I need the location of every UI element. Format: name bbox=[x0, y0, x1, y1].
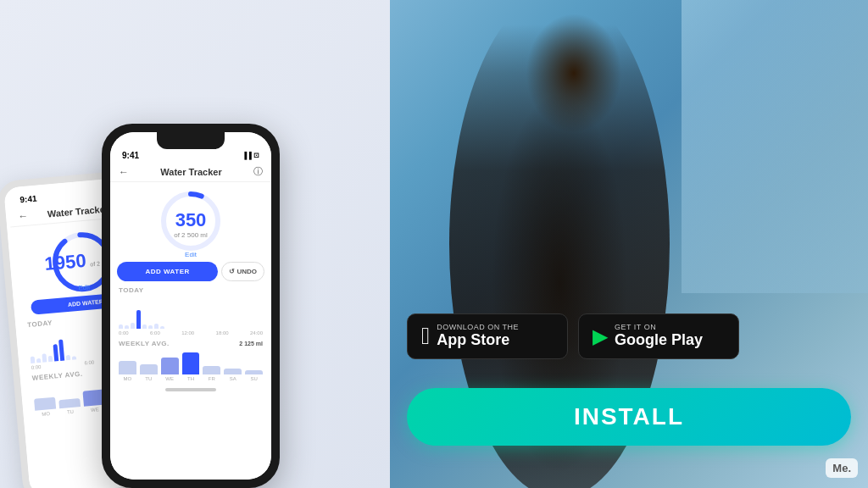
front-wbar-sa bbox=[224, 369, 242, 374]
install-button[interactable]: INSTALL bbox=[407, 388, 851, 446]
front-nav-info: ⓘ bbox=[253, 165, 263, 178]
front-label-18: 18:00 bbox=[216, 330, 229, 336]
app-store-title: App Store bbox=[437, 331, 519, 350]
front-bar-1 bbox=[119, 324, 123, 329]
phone-front-inner: 9:41 ▐▐ ⊡ ← Water Tracker ⓘ 350 bbox=[110, 132, 271, 480]
front-status-icons: ▐▐ ⊡ bbox=[242, 152, 259, 159]
front-bar-4 bbox=[136, 310, 141, 329]
front-wbar-tu bbox=[140, 364, 158, 374]
back-bar-3 bbox=[42, 353, 47, 362]
front-weekly-chart: MO TU WE TH FR SA SU bbox=[110, 347, 271, 383]
front-amount: 350 bbox=[110, 209, 271, 231]
back-bar-2 bbox=[36, 358, 41, 363]
apple-icon:  bbox=[421, 324, 430, 348]
app-store-subtitle: Download on the bbox=[437, 323, 519, 331]
back-wbar-tu bbox=[58, 398, 81, 408]
front-bar-3 bbox=[131, 323, 135, 329]
phone-front-screen: 9:41 ▐▐ ⊡ ← Water Tracker ⓘ 350 bbox=[110, 132, 271, 480]
back-bar-4 bbox=[48, 356, 53, 362]
front-bar-5 bbox=[142, 324, 147, 329]
back-nav-title: Water Tracker bbox=[47, 203, 108, 219]
app-store-button[interactable]:  Download on the App Store bbox=[407, 313, 568, 359]
front-wbar-mo bbox=[119, 361, 136, 374]
front-weekly-label: WEEKLY AVG. bbox=[119, 340, 170, 347]
front-add-water-row: ADD WATER ↺ UNDO bbox=[110, 262, 271, 281]
front-wlabel-sa: SA bbox=[224, 376, 242, 381]
back-nav-arrow: ← bbox=[18, 209, 29, 222]
home-bar bbox=[165, 388, 216, 391]
left-panel: 9:41 ▐▐ ⊡ ← Water Tracker ⓘ 1950 of 2 50… bbox=[0, 0, 390, 488]
back-bar-1 bbox=[31, 357, 36, 363]
front-undo-button[interactable]: ↺ UNDO bbox=[221, 262, 264, 281]
right-content:  Download on the App Store ▶ GET IT ON … bbox=[390, 0, 868, 488]
back-bar-5 bbox=[53, 344, 59, 361]
front-bar-7 bbox=[154, 324, 159, 329]
app-store-text: Download on the App Store bbox=[437, 323, 519, 350]
front-wbar-su bbox=[245, 370, 263, 374]
back-wbar-mo bbox=[34, 397, 56, 411]
front-today-label: TODAY bbox=[110, 285, 271, 296]
front-nav-title: Water Tracker bbox=[160, 167, 221, 177]
back-bar-8 bbox=[72, 356, 76, 359]
front-label-6: 6:00 bbox=[150, 330, 160, 336]
back-amount: 1950 bbox=[44, 250, 87, 274]
front-wbar-th bbox=[182, 352, 200, 374]
front-label-12: 12:00 bbox=[181, 330, 194, 336]
google-play-subtitle: GET IT ON bbox=[615, 323, 703, 331]
front-add-water-button[interactable]: ADD WATER bbox=[117, 262, 218, 281]
front-wlabel-fr: FR bbox=[203, 376, 220, 381]
me-logo: Me. bbox=[826, 458, 858, 478]
google-play-text: GET IT ON Google Play bbox=[615, 323, 703, 350]
back-bar-7 bbox=[66, 355, 71, 360]
front-wlabel-su: SU bbox=[245, 376, 263, 381]
google-play-button[interactable]: ▶ GET IT ON Google Play bbox=[578, 313, 739, 359]
back-time: 9:41 bbox=[19, 194, 37, 205]
front-time: 9:41 bbox=[122, 151, 139, 160]
front-chart-bars bbox=[119, 299, 263, 329]
front-label-0: 0:00 bbox=[119, 330, 129, 336]
front-wbar-we bbox=[161, 358, 179, 374]
front-chart-labels: 0:00 6:00 12:00 18:00 24:00 bbox=[119, 330, 263, 336]
back-wlabel-tu: TU bbox=[59, 408, 81, 415]
front-bar-2 bbox=[125, 325, 129, 329]
right-panel:  Download on the App Store ▶ GET IT ON … bbox=[390, 0, 868, 488]
front-weekly-ml: 2 125 ml bbox=[239, 341, 263, 347]
back-wlabel-mo: MO bbox=[35, 411, 56, 418]
front-wlabel-tu: TU bbox=[140, 376, 158, 381]
front-bar-6 bbox=[148, 325, 153, 329]
front-weekly-bars bbox=[119, 349, 263, 374]
back-bar-6 bbox=[58, 340, 64, 361]
google-play-icon: ▶ bbox=[593, 326, 608, 347]
front-chart: 0:00 6:00 12:00 18:00 24:00 bbox=[110, 296, 271, 338]
front-bar-8 bbox=[160, 326, 164, 329]
front-wbar-fr bbox=[203, 366, 220, 374]
front-wlabel-mo: MO bbox=[119, 376, 136, 381]
front-wlabel-we: WE bbox=[161, 376, 179, 381]
back-label-6: 6:00 bbox=[84, 359, 94, 365]
front-label-24: 24:00 bbox=[250, 330, 263, 336]
front-nav-bar: ← Water Tracker ⓘ bbox=[110, 162, 271, 182]
front-of-label: of 2 500 ml bbox=[110, 231, 271, 239]
front-nav-arrow: ← bbox=[119, 166, 129, 178]
front-edit[interactable]: Edit bbox=[110, 251, 271, 258]
front-weekly-labels: MO TU WE TH FR SA SU bbox=[119, 376, 263, 381]
front-wlabel-th: TH bbox=[182, 376, 200, 381]
google-play-title: Google Play bbox=[615, 331, 703, 350]
phone-front: 9:41 ▐▐ ⊡ ← Water Tracker ⓘ 350 bbox=[102, 124, 280, 488]
back-label-0: 0:00 bbox=[31, 364, 42, 370]
store-buttons-container:  Download on the App Store ▶ GET IT ON … bbox=[407, 313, 739, 359]
phone-notch bbox=[157, 132, 225, 149]
